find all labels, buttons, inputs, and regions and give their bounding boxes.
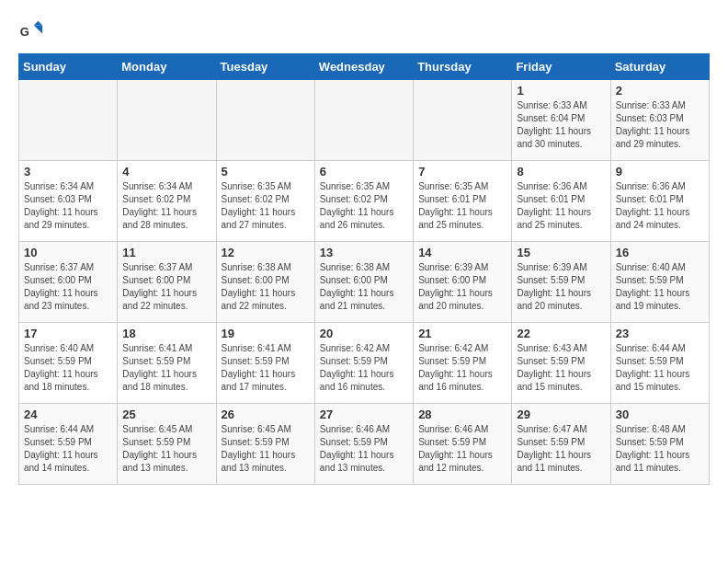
calendar-week-row: 10Sunrise: 6:37 AM Sunset: 6:00 PM Dayli… [19, 242, 710, 323]
calendar-week-row: 1Sunrise: 6:33 AM Sunset: 6:04 PM Daylig… [19, 80, 710, 161]
day-number: 27 [320, 408, 408, 421]
day-info: Sunrise: 6:48 AM Sunset: 5:59 PM Dayligh… [616, 423, 704, 475]
header-wednesday: Wednesday [314, 54, 413, 80]
calendar-cell: 12Sunrise: 6:38 AM Sunset: 6:00 PM Dayli… [216, 242, 314, 323]
calendar-cell: 24Sunrise: 6:44 AM Sunset: 5:59 PM Dayli… [19, 404, 118, 485]
header-sunday: Sunday [19, 54, 118, 80]
day-number: 1 [517, 84, 605, 98]
day-info: Sunrise: 6:45 AM Sunset: 5:59 PM Dayligh… [122, 423, 210, 475]
header-friday: Friday [512, 54, 610, 80]
day-number: 26 [222, 408, 310, 421]
day-number: 6 [320, 165, 408, 178]
day-number: 10 [24, 246, 112, 259]
calendar-cell: 4Sunrise: 6:34 AM Sunset: 6:02 PM Daylig… [118, 161, 216, 242]
calendar-week-row: 24Sunrise: 6:44 AM Sunset: 5:59 PM Dayli… [19, 404, 710, 485]
calendar-cell: 13Sunrise: 6:38 AM Sunset: 6:00 PM Dayli… [314, 242, 413, 323]
svg-marker-2 [34, 21, 42, 26]
calendar-header-row: SundayMondayTuesdayWednesdayThursdayFrid… [19, 54, 710, 80]
calendar-cell: 30Sunrise: 6:48 AM Sunset: 5:59 PM Dayli… [610, 404, 709, 485]
calendar-cell: 5Sunrise: 6:35 AM Sunset: 6:02 PM Daylig… [216, 161, 314, 242]
calendar-cell: 2Sunrise: 6:33 AM Sunset: 6:03 PM Daylig… [610, 80, 709, 161]
day-number: 2 [616, 84, 704, 98]
day-info: Sunrise: 6:33 AM Sunset: 6:04 PM Dayligh… [517, 99, 605, 151]
day-number: 28 [418, 408, 506, 421]
day-number: 21 [418, 327, 506, 340]
calendar-cell [414, 80, 512, 161]
calendar-cell: 20Sunrise: 6:42 AM Sunset: 5:59 PM Dayli… [314, 323, 413, 404]
day-number: 7 [418, 165, 506, 178]
day-info: Sunrise: 6:45 AM Sunset: 5:59 PM Dayligh… [222, 423, 310, 475]
day-info: Sunrise: 6:39 AM Sunset: 5:59 PM Dayligh… [517, 261, 605, 313]
calendar-cell: 16Sunrise: 6:40 AM Sunset: 5:59 PM Dayli… [610, 242, 709, 323]
day-info: Sunrise: 6:38 AM Sunset: 6:00 PM Dayligh… [222, 261, 310, 313]
day-info: Sunrise: 6:34 AM Sunset: 6:02 PM Dayligh… [122, 180, 210, 232]
calendar-cell [118, 80, 216, 161]
day-number: 4 [122, 165, 210, 178]
day-info: Sunrise: 6:40 AM Sunset: 5:59 PM Dayligh… [24, 342, 112, 394]
day-info: Sunrise: 6:44 AM Sunset: 5:59 PM Dayligh… [616, 342, 704, 394]
day-info: Sunrise: 6:37 AM Sunset: 6:00 PM Dayligh… [24, 261, 112, 313]
day-info: Sunrise: 6:35 AM Sunset: 6:02 PM Dayligh… [222, 180, 310, 232]
day-info: Sunrise: 6:42 AM Sunset: 5:59 PM Dayligh… [320, 342, 408, 394]
header-monday: Monday [118, 54, 216, 80]
day-info: Sunrise: 6:42 AM Sunset: 5:59 PM Dayligh… [418, 342, 506, 394]
day-number: 13 [320, 246, 408, 259]
day-number: 3 [24, 165, 112, 178]
header-thursday: Thursday [414, 54, 512, 80]
day-info: Sunrise: 6:36 AM Sunset: 6:01 PM Dayligh… [616, 180, 704, 232]
calendar-cell [216, 80, 314, 161]
calendar-week-row: 3Sunrise: 6:34 AM Sunset: 6:03 PM Daylig… [19, 161, 710, 242]
calendar-table: SundayMondayTuesdayWednesdayThursdayFrid… [18, 53, 710, 485]
calendar-week-row: 17Sunrise: 6:40 AM Sunset: 5:59 PM Dayli… [19, 323, 710, 404]
calendar-cell: 15Sunrise: 6:39 AM Sunset: 5:59 PM Dayli… [512, 242, 610, 323]
calendar-cell [314, 80, 413, 161]
day-number: 20 [320, 327, 408, 340]
header-saturday: Saturday [610, 54, 709, 80]
day-info: Sunrise: 6:39 AM Sunset: 6:00 PM Dayligh… [418, 261, 506, 313]
calendar-cell: 23Sunrise: 6:44 AM Sunset: 5:59 PM Dayli… [610, 323, 709, 404]
svg-text:G: G [20, 25, 29, 39]
day-number: 9 [616, 165, 704, 178]
day-info: Sunrise: 6:46 AM Sunset: 5:59 PM Dayligh… [320, 423, 408, 475]
calendar-cell: 28Sunrise: 6:46 AM Sunset: 5:59 PM Dayli… [414, 404, 512, 485]
calendar-cell: 6Sunrise: 6:35 AM Sunset: 6:02 PM Daylig… [314, 161, 413, 242]
calendar-cell: 8Sunrise: 6:36 AM Sunset: 6:01 PM Daylig… [512, 161, 610, 242]
day-number: 16 [616, 246, 704, 259]
day-number: 29 [517, 408, 605, 421]
day-info: Sunrise: 6:37 AM Sunset: 6:00 PM Dayligh… [122, 261, 210, 313]
day-number: 25 [122, 408, 210, 421]
day-number: 23 [616, 327, 704, 340]
day-info: Sunrise: 6:35 AM Sunset: 6:01 PM Dayligh… [418, 180, 506, 232]
day-number: 14 [418, 246, 506, 259]
calendar-cell: 10Sunrise: 6:37 AM Sunset: 6:00 PM Dayli… [19, 242, 118, 323]
calendar-cell: 1Sunrise: 6:33 AM Sunset: 6:04 PM Daylig… [512, 80, 610, 161]
day-number: 24 [24, 408, 112, 421]
logo: G [18, 18, 48, 44]
day-number: 5 [222, 165, 310, 178]
day-info: Sunrise: 6:34 AM Sunset: 6:03 PM Dayligh… [24, 180, 112, 232]
calendar-cell: 14Sunrise: 6:39 AM Sunset: 6:00 PM Dayli… [414, 242, 512, 323]
calendar-cell: 29Sunrise: 6:47 AM Sunset: 5:59 PM Dayli… [512, 404, 610, 485]
day-info: Sunrise: 6:41 AM Sunset: 5:59 PM Dayligh… [122, 342, 210, 394]
calendar-cell: 18Sunrise: 6:41 AM Sunset: 5:59 PM Dayli… [118, 323, 216, 404]
calendar-cell: 11Sunrise: 6:37 AM Sunset: 6:00 PM Dayli… [118, 242, 216, 323]
svg-marker-1 [34, 25, 42, 33]
day-info: Sunrise: 6:33 AM Sunset: 6:03 PM Dayligh… [616, 99, 704, 151]
day-number: 15 [517, 246, 605, 259]
page-header: G [18, 18, 710, 44]
day-info: Sunrise: 6:35 AM Sunset: 6:02 PM Dayligh… [320, 180, 408, 232]
day-info: Sunrise: 6:43 AM Sunset: 5:59 PM Dayligh… [517, 342, 605, 394]
day-number: 12 [222, 246, 310, 259]
day-info: Sunrise: 6:38 AM Sunset: 6:00 PM Dayligh… [320, 261, 408, 313]
calendar-cell: 9Sunrise: 6:36 AM Sunset: 6:01 PM Daylig… [610, 161, 709, 242]
calendar-cell: 27Sunrise: 6:46 AM Sunset: 5:59 PM Dayli… [314, 404, 413, 485]
calendar-cell: 26Sunrise: 6:45 AM Sunset: 5:59 PM Dayli… [216, 404, 314, 485]
header-tuesday: Tuesday [216, 54, 314, 80]
calendar-cell: 7Sunrise: 6:35 AM Sunset: 6:01 PM Daylig… [414, 161, 512, 242]
calendar-cell: 25Sunrise: 6:45 AM Sunset: 5:59 PM Dayli… [118, 404, 216, 485]
day-info: Sunrise: 6:40 AM Sunset: 5:59 PM Dayligh… [616, 261, 704, 313]
logo-icon: G [18, 18, 44, 44]
day-number: 17 [24, 327, 112, 340]
day-number: 19 [222, 327, 310, 340]
day-number: 22 [517, 327, 605, 340]
